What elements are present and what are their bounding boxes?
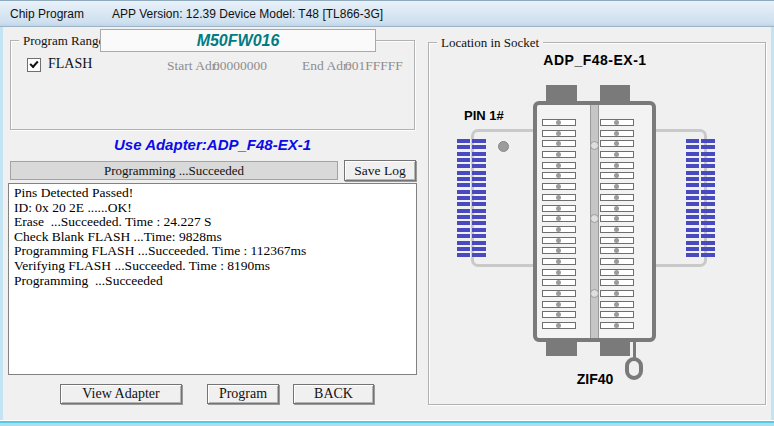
back-button[interactable]: BACK	[293, 384, 374, 404]
socket-pin-row	[542, 183, 576, 190]
adapter-name-label: ADP_F48-EX-1	[480, 52, 710, 68]
socket-pin-row	[542, 311, 576, 318]
header-pin	[457, 158, 486, 162]
socket-pin-row	[600, 279, 634, 286]
socket-pin-row	[600, 205, 634, 212]
header-pin	[686, 158, 715, 162]
socket-tab-top-right	[600, 85, 630, 102]
header-pin	[686, 221, 715, 225]
zif40-label: ZIF40	[540, 371, 650, 387]
socket-pin-row	[542, 215, 576, 222]
socket-pin-row	[600, 151, 634, 158]
header-pin	[457, 183, 486, 187]
header-pin	[686, 202, 715, 206]
socket-spine	[590, 105, 599, 338]
header-pin	[457, 247, 486, 251]
socket-pin-row	[542, 205, 576, 212]
end-adr-value: 001FFFFF	[345, 58, 403, 74]
flash-checkbox[interactable]	[27, 58, 41, 72]
start-adr-value: 00000000	[213, 58, 267, 74]
header-pin	[686, 190, 715, 194]
socket-pin-row	[600, 226, 634, 233]
socket-tab-bottom-right	[600, 341, 630, 356]
header-pin	[457, 241, 486, 245]
header-pin	[686, 145, 715, 149]
socket-pin-row	[600, 269, 634, 276]
socket-pin-row	[542, 151, 576, 158]
socket-pin-column-left	[542, 119, 576, 329]
socket-pin-row	[600, 140, 634, 147]
zif-socket	[533, 101, 656, 342]
socket-pin-row	[542, 258, 576, 265]
header-pin	[457, 190, 486, 194]
socket-pin-row	[542, 237, 576, 244]
header-pin	[457, 253, 486, 257]
header-pin	[457, 139, 486, 143]
header-pin	[686, 247, 715, 251]
socket-pin-row	[600, 119, 634, 126]
socket-pin-row	[600, 237, 634, 244]
check-icon	[29, 59, 38, 68]
header-pin	[457, 171, 486, 175]
socket-pin-row	[542, 322, 576, 329]
program-range-label: Program Range	[19, 33, 108, 48]
end-adr-label: End Adr:	[302, 58, 351, 74]
header-pin	[686, 152, 715, 156]
socket-pin-row	[542, 172, 576, 179]
header-pin	[457, 177, 486, 181]
socket-pin-row	[600, 290, 634, 297]
pin1-label: PIN 1#	[464, 108, 504, 123]
header-pin	[457, 234, 486, 238]
socket-pin-row	[600, 247, 634, 254]
header-pin	[686, 164, 715, 168]
socket-pin-row	[542, 226, 576, 233]
socket-pin-row	[600, 162, 634, 169]
header-pin	[457, 145, 486, 149]
spine-dot	[590, 141, 599, 150]
header-pin	[686, 253, 715, 257]
chip-name: M50FW016	[197, 32, 280, 49]
use-adapter-notice: Use Adapter:ADP_F48-EX-1	[10, 136, 415, 153]
view-adapter-button[interactable]: View Adapter	[60, 384, 182, 404]
socket-pin-row	[542, 119, 576, 126]
window-border-bottom	[0, 420, 774, 426]
log-line: Pins Detected Passed!	[14, 186, 411, 201]
socket-pin-row	[600, 215, 634, 222]
socket-pin-row	[542, 140, 576, 147]
flash-checkbox-label: FLASH	[48, 56, 92, 72]
log-line: Verifying FLASH ...Succeeded. Time : 819…	[14, 259, 411, 274]
socket-pin-row	[600, 322, 634, 329]
log-line: Programming ...Succeeded	[14, 274, 411, 289]
title-bar: Chip Program APP Version: 12.39 Device M…	[0, 0, 774, 27]
spine-dot	[590, 289, 599, 298]
socket-pin-row	[600, 130, 634, 137]
socket-pin-row	[600, 301, 634, 308]
header-pin	[686, 183, 715, 187]
socket-pin-row	[542, 290, 576, 297]
socket-pin-row	[600, 183, 634, 190]
socket-pin-row	[542, 194, 576, 201]
log-line: Programming FLASH ...Succeeded. Time : 1…	[14, 244, 411, 259]
save-log-button[interactable]: Save Log	[344, 160, 416, 181]
socket-pin-row	[600, 172, 634, 179]
window-title: Chip Program	[10, 7, 84, 21]
socket-pin-row	[542, 130, 576, 137]
header-pin	[457, 164, 486, 168]
socket-pin-row	[542, 279, 576, 286]
header-pin	[686, 177, 715, 181]
log-line: Erase ...Succeeded. Time : 24.227 S	[14, 215, 411, 230]
pin1-marker-icon	[498, 141, 509, 152]
log-output[interactable]: Pins Detected Passed!ID: 0x 20 2E ......…	[8, 183, 417, 375]
header-pin	[686, 196, 715, 200]
socket-pin-row	[600, 258, 634, 265]
socket-pin-column-right	[600, 119, 634, 329]
window-border-left	[0, 27, 3, 426]
header-pin	[457, 228, 486, 232]
window-subtitle: APP Version: 12.39 Device Model: T48 [TL…	[112, 7, 383, 21]
program-button[interactable]: Program	[207, 384, 279, 404]
header-pin	[457, 209, 486, 213]
header-pin	[457, 196, 486, 200]
chip-name-box: M50FW016	[100, 29, 376, 52]
chip-program-window: Chip Program APP Version: 12.39 Device M…	[0, 0, 774, 426]
log-line: ID: 0x 20 2E ......OK!	[14, 201, 411, 216]
